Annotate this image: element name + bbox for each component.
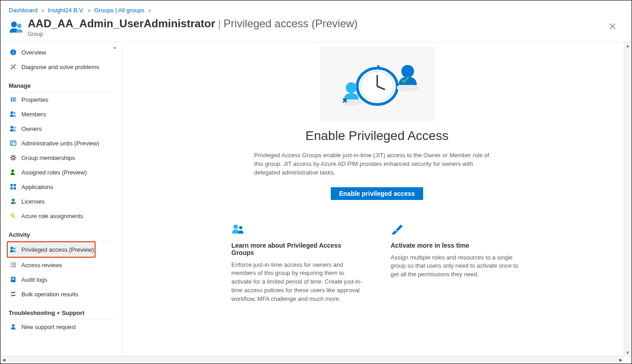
highlight-indicator: Privileged access (Preview) [7,241,96,258]
sidebar-item-applications[interactable]: Applications [9,180,121,194]
hero-title: Enable Privileged Access [305,129,448,143]
sidebar-item-group-memberships[interactable]: Group memberships [9,150,121,165]
title-suffix: Privileged access (Preview) [223,17,358,30]
svg-point-16 [12,156,15,159]
sidebar-item-label: Licenses [21,198,45,205]
svg-point-56 [239,226,242,229]
main-content: Enable Privileged Access Privileged Acce… [122,43,632,360]
svg-point-0 [11,21,17,27]
gear-icon [10,154,17,161]
sidebar: « OverviewDiagnose and solve problems Ma… [0,42,121,360]
svg-point-30 [12,199,15,201]
sidebar-item-label: New support request [21,324,76,330]
sidebar-item-label: Group memberships [21,155,75,161]
arrows-swap-icon [10,290,17,298]
svg-rect-28 [10,187,13,189]
tools-icon [10,63,17,70]
sidebar-item-label: Administrative units (Preview) [21,140,99,147]
book-icon [10,276,17,283]
svg-line-24 [11,159,12,160]
svg-point-11 [14,127,16,129]
sidebar-item-diagnose-and-solve-problems[interactable]: Diagnose and solve problems [9,60,121,74]
svg-rect-58 [393,226,395,228]
sidebar-item-label: Access reviews [21,262,62,269]
sidebar-section-troubleshooting-support: Troubleshooting + Support [9,306,113,319]
title-divider: | [218,17,221,30]
scroll-down-icon[interactable]: ▼ [626,349,630,356]
svg-rect-29 [14,187,16,189]
sidebar-item-members[interactable]: Members [9,107,121,121]
svg-line-22 [15,159,15,160]
sidebar-item-label: Overview [21,49,46,56]
scroll-left-icon[interactable]: ◀ [1,358,7,362]
people-icon [10,125,17,132]
svg-rect-31 [14,202,16,204]
person-support-icon [10,323,17,330]
title-main: AAD_AA_Admin_UserAdministrator [28,17,215,30]
svg-point-55 [233,224,238,229]
people-icon [232,224,364,236]
svg-point-54 [401,65,414,78]
svg-rect-12 [10,141,16,145]
svg-point-8 [10,111,13,114]
svg-rect-13 [11,142,13,143]
apps-grid-icon [10,183,17,190]
sidebar-item-overview[interactable]: Overview [9,45,121,60]
svg-rect-26 [10,184,13,186]
person-license-icon [10,198,17,205]
sidebar-item-privileged-access-preview[interactable]: Privileged access (Preview) [9,242,95,257]
sidebar-item-azure-role-assignments[interactable]: Azure role assignments [9,209,121,223]
directory-icon [10,140,17,147]
page-header: AAD_AA_Admin_UserAdministrator | Privile… [0,16,632,42]
card-title: Learn more about Privileged Access Group… [232,242,364,256]
sidebar-section-activity: Activity [9,228,113,241]
sidebar-item-properties[interactable]: Properties [9,92,121,107]
svg-point-41 [10,264,11,265]
breadcrumb-link-dashboard[interactable]: Dashboard [9,7,38,14]
svg-rect-45 [12,279,15,280]
sidebar-item-new-support-request[interactable]: New support request [9,319,121,334]
chevron-right-icon: > [88,8,91,13]
sliders-icon [10,96,17,103]
sparkle-icon [391,224,523,236]
breadcrumb-link-org[interactable]: Insight24 B.V. [48,7,84,14]
key-icon [10,212,17,219]
sidebar-item-audit-logs[interactable]: Audit logs [9,272,121,287]
breadcrumb-link-groups[interactable]: Groups | All groups [94,7,144,14]
sidebar-item-bulk-operation-results[interactable]: Bulk operation results [9,287,121,301]
card-body: Enforce just-in-time access for owners a… [232,261,364,304]
collapse-sidebar-button[interactable]: « [113,44,116,51]
sidebar-item-label: Owners [21,125,42,132]
svg-point-1 [17,24,22,28]
info-card-activate-faster: Activate more in less time Assign multip… [391,224,523,304]
breadcrumb: Dashboard > Insight24 B.V. > Groups | Al… [0,0,632,16]
sidebar-item-administrative-units-preview[interactable]: Administrative units (Preview) [9,136,121,150]
page-subtitle: Group [28,31,623,37]
svg-point-40 [10,263,11,264]
sidebar-item-label: Audit logs [21,276,47,283]
close-button[interactable] [606,20,619,33]
sidebar-item-label: Assigned roles (Preview) [21,169,87,176]
scroll-right-icon[interactable]: ▶ [618,358,624,362]
sidebar-item-label: Properties [21,96,48,103]
scroll-up-icon[interactable]: ▲ [626,42,630,50]
svg-rect-44 [12,278,15,279]
sidebar-item-licenses[interactable]: Licenses [9,194,121,209]
svg-marker-57 [392,224,403,234]
svg-point-4 [13,50,14,51]
sidebar-item-access-reviews[interactable]: Access reviews [9,258,121,272]
sidebar-item-owners[interactable]: Owners [9,121,121,136]
svg-rect-14 [14,142,15,143]
horizontal-scrollbar[interactable]: ◀ ▶ [1,356,624,363]
page-title: AAD_AA_Admin_UserAdministrator | Privile… [28,17,623,30]
svg-point-52 [346,82,357,93]
chevron-right-icon: > [41,8,44,13]
svg-point-25 [11,170,14,172]
svg-point-9 [14,112,16,115]
sidebar-item-label: Applications [21,184,53,190]
sidebar-item-assigned-roles-preview[interactable]: Assigned roles (Preview) [9,165,121,180]
enable-privileged-access-button[interactable]: Enable privileged access [331,187,423,200]
svg-point-10 [10,126,13,129]
vertical-scrollbar[interactable]: ▲ ▼ [624,42,631,356]
group-icon [9,19,24,35]
